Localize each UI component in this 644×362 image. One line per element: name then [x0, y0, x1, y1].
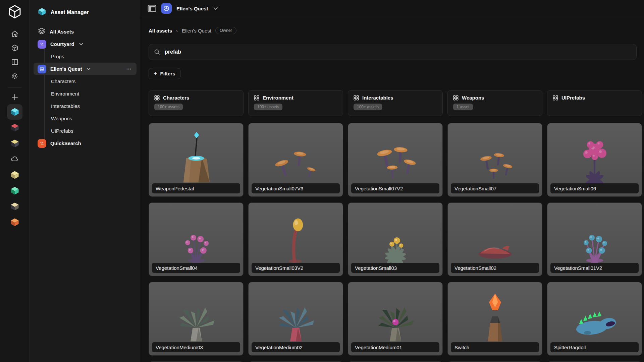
sidebar-item-ellen-s-quest[interactable]: Ellen's Quest⋯ — [34, 63, 137, 75]
project-icon-courtyard — [38, 40, 46, 49]
project-icon-ellen-s-quest — [38, 65, 46, 73]
project-green-cube[interactable] — [7, 183, 22, 198]
category-card-uiprefabs[interactable]: UIPrefabs — [547, 90, 642, 116]
asset-card-vegetationmedium02[interactable]: VegetationMedium02 — [248, 282, 343, 356]
asset-card-vegetationsmall01v2[interactable]: VegetationSmall01V2 — [547, 202, 642, 276]
asset-name-label: VegetationSmall07 — [451, 183, 539, 193]
app-rail — [0, 0, 30, 362]
search-input[interactable] — [164, 49, 636, 55]
sidebar-item-label: QuickSearch — [50, 140, 81, 146]
breadcrumb-separator: › — [176, 28, 178, 34]
category-title: Environment — [254, 95, 343, 101]
asset-card-vegetationsmall03v2[interactable]: VegetationSmall03V2 — [248, 202, 343, 276]
asset-manager-app: Asset Manager All AssetsCourtyardPropsEl… — [0, 0, 644, 362]
layers-icon — [38, 27, 46, 36]
sidebar-header: Asset Manager — [30, 0, 140, 17]
rail-divider — [8, 87, 22, 87]
sidebar-item-all-assets[interactable]: All Assets — [30, 25, 140, 38]
sidebar-item-label: Characters — [51, 78, 75, 84]
sidebar-item-quicksearch[interactable]: QuickSearch — [30, 137, 140, 149]
project-orange-cube[interactable] — [7, 215, 22, 230]
category-grid-icon — [453, 95, 459, 101]
sidebar-item-label: Courtyard — [50, 41, 74, 47]
asset-card-vegetationsmall03[interactable]: VegetationSmall03 — [348, 202, 443, 276]
asset-card-vegetationmedium01[interactable]: VegetationMedium01 — [348, 282, 443, 356]
asset-name-label: Switch — [451, 342, 539, 352]
grid-icon[interactable] — [7, 55, 22, 69]
filters-button[interactable]: + Filters — [149, 68, 180, 79]
asset-manager-cube-icon — [38, 7, 46, 17]
asset-name-label: VegetationSmall03V2 — [252, 263, 340, 273]
asset-name-label: SpitterRagdoll — [550, 342, 639, 352]
project-cream-cube[interactable] — [7, 167, 22, 183]
category-label: Interactables — [362, 95, 393, 101]
category-count-badge: 1 asset — [453, 104, 473, 110]
category-grid-icon — [553, 95, 558, 101]
category-count-badge: 100+ assets — [354, 104, 382, 110]
project-red-cube[interactable] — [7, 120, 22, 135]
plus-icon: + — [154, 71, 157, 77]
category-label: Environment — [263, 95, 293, 101]
chevron-down-icon[interactable] — [87, 68, 91, 70]
asset-name-label: VegetationSmall06 — [550, 183, 639, 193]
sidebar-item-label: Interactables — [51, 103, 80, 109]
sidebar-item-courtyard[interactable]: Courtyard — [30, 38, 140, 50]
category-title: Interactables — [354, 95, 442, 101]
asset-card-vegetationsmall07v3[interactable]: VegetationSmall07V3 — [248, 123, 343, 197]
category-cards-row: Characters100+ assetsEnvironment100+ ass… — [149, 90, 644, 116]
breadcrumb-current: Ellen's Quest — [182, 28, 211, 34]
asset-card-vegetationmedium03[interactable]: VegetationMedium03 — [149, 282, 244, 356]
asset-card-switch[interactable]: Switch — [447, 282, 542, 356]
sidebar-item-label: Ellen's Quest — [50, 66, 82, 72]
more-options-icon[interactable]: ⋯ — [126, 66, 132, 72]
asset-grid: WeaponPedestalVegetationSmall07V3Vegetat… — [149, 123, 644, 362]
add-project-button[interactable] — [7, 90, 22, 104]
asset-card-vegetationsmall06[interactable]: VegetationSmall06 — [547, 123, 642, 197]
asset-card-vegetationsmall07v2[interactable]: VegetationSmall07V2 — [348, 123, 443, 197]
filters-label: Filters — [160, 71, 175, 76]
sidebar-item-props[interactable]: Props — [30, 50, 140, 63]
asset-name-label: VegetationMedium01 — [351, 342, 439, 352]
category-card-characters[interactable]: Characters100+ assets — [149, 90, 244, 116]
breadcrumb-all-assets[interactable]: All assets — [149, 28, 172, 34]
sidebar-item-label: UIPrefabs — [51, 128, 73, 134]
sidebar-item-label: Weapons — [51, 116, 72, 121]
topbar: Ellen's Quest — [140, 0, 644, 17]
home-icon[interactable] — [7, 27, 22, 41]
category-title: Characters — [154, 95, 243, 101]
asset-name-label: VegetationSmall03 — [351, 263, 439, 273]
asset-card-weaponpedestal[interactable]: WeaponPedestal — [149, 123, 244, 197]
asset-name-label: VegetationMedium02 — [252, 342, 340, 352]
project-amber-cube[interactable] — [7, 136, 22, 151]
sidebar-item-label: All Assets — [50, 29, 74, 35]
sidebar-toggle-icon[interactable] — [148, 5, 156, 12]
category-card-weapons[interactable]: Weapons1 asset — [447, 90, 542, 116]
sidebar-item-label: Props — [51, 54, 64, 59]
chevron-down-icon[interactable] — [79, 43, 83, 46]
sidebar-item-uiprefabs[interactable]: UIPrefabs — [30, 125, 140, 137]
asset-card-spitterragdoll[interactable]: SpitterRagdoll — [547, 282, 642, 356]
category-card-environment[interactable]: Environment100+ assets — [248, 90, 343, 116]
project-cloud[interactable] — [7, 152, 22, 167]
sidebar-item-interactables[interactable]: Interactables — [30, 100, 140, 112]
sidebar-item-characters[interactable]: Characters — [30, 75, 140, 87]
category-count-badge: 100+ assets — [154, 104, 183, 110]
asset-card-vegetationsmall07[interactable]: VegetationSmall07 — [447, 123, 542, 197]
owner-filter-chip[interactable]: Owner — [215, 27, 236, 34]
project-teal-cube[interactable] — [7, 104, 22, 120]
main-content: Ellen's Quest All assets › Ellen's Quest… — [140, 0, 644, 362]
unity-logo-icon[interactable] — [7, 4, 22, 19]
project-chevron-down-icon[interactable] — [213, 7, 218, 10]
current-project-name: Ellen's Quest — [176, 6, 208, 11]
project-avatar-icon[interactable] — [161, 3, 172, 14]
project-beige-cube[interactable] — [7, 199, 22, 214]
category-card-interactables[interactable]: Interactables100+ assets — [348, 90, 443, 116]
asset-card-vegetationsmall02[interactable]: VegetationSmall02 — [447, 202, 542, 276]
category-label: UIPrefabs — [561, 95, 585, 101]
sidebar-item-environment[interactable]: Environment — [30, 87, 140, 100]
asset-card-vegetationsmall04[interactable]: VegetationSmall04 — [149, 202, 244, 276]
asset-name-label: VegetationSmall01V2 — [550, 263, 639, 273]
sidebar-item-weapons[interactable]: Weapons — [30, 112, 140, 125]
settings-gear-icon[interactable] — [7, 69, 22, 83]
cube-icon[interactable] — [7, 41, 22, 55]
